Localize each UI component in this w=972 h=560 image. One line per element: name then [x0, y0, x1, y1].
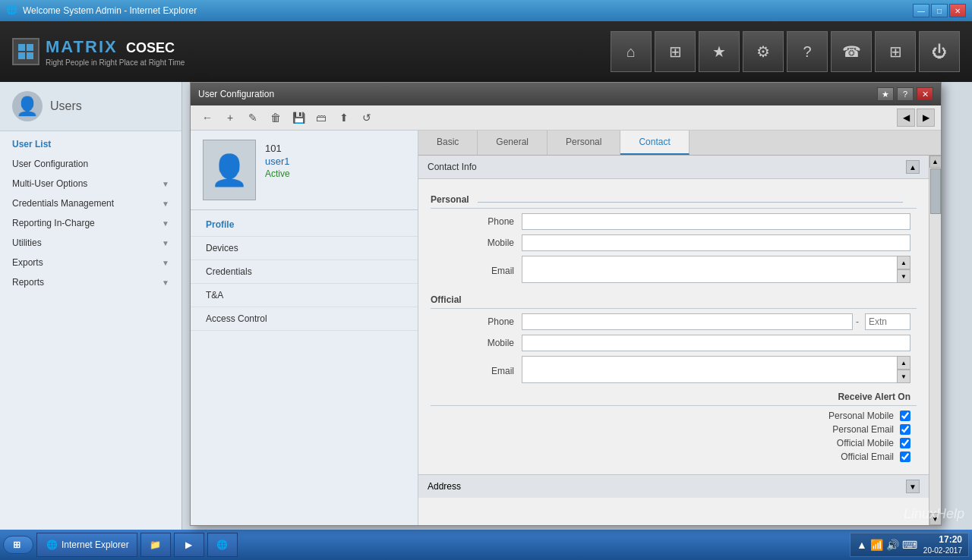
help-button[interactable]: ? [787, 31, 828, 72]
official-phone-row: Phone - [431, 313, 917, 330]
tray-icons: ▲ 📶 🔊 ⌨ [857, 539, 917, 551]
tab-basic[interactable]: Basic [418, 131, 478, 155]
add-button[interactable]: + [219, 109, 241, 127]
export-button[interactable]: ⬆ [333, 109, 355, 127]
dialog-title: User Configuration [198, 89, 877, 99]
nav-credentials[interactable]: Credentials [191, 260, 418, 284]
save-button[interactable]: 💾 [288, 109, 309, 127]
sidebar-item-multi-user[interactable]: Multi-User Options ▼ [0, 174, 181, 193]
dialog-help-button[interactable]: ? [897, 87, 914, 101]
sidebar-menu: User List User Configuration Multi-User … [0, 131, 181, 295]
system-tray: ▲ 📶 🔊 ⌨ 17:20 20-02-2017 [850, 533, 969, 557]
minimize-button[interactable]: — [913, 4, 929, 17]
clock: 17:20 [923, 533, 962, 546]
address-title: Address [428, 481, 461, 492]
official-email-alert-row: Official Email [431, 451, 917, 462]
personal-email-alert-checkbox[interactable] [900, 424, 910, 435]
sidebar-item-reporting[interactable]: Reporting In-Charge ▼ [0, 213, 181, 233]
sidebar-item-exports[interactable]: Exports ▼ [0, 253, 181, 272]
email-scroll-down[interactable]: ▼ [897, 269, 910, 283]
taskbar-app-media[interactable]: ▶ [174, 533, 204, 557]
title-bar: 🌐 Welcome System Admin - Internet Explor… [0, 0, 972, 21]
keyboard-tray-icon[interactable]: ⌨ [902, 539, 917, 551]
scroll-up-button[interactable]: ▲ [929, 156, 942, 168]
nav-devices[interactable]: Devices [191, 237, 418, 260]
favorites-button[interactable]: ★ [699, 31, 740, 72]
prev-button[interactable]: ◀ [897, 109, 915, 127]
sidebar-header: 👤 Users [0, 82, 181, 131]
sidebar-item-label: Credentials Management [12, 198, 162, 209]
phone-button[interactable]: ☎ [831, 31, 872, 72]
scroll-track[interactable] [929, 168, 941, 513]
user-details: 101 user1 Active [265, 140, 290, 179]
phone-separator: - [856, 316, 859, 327]
sidebar-item-user-config[interactable]: User Configuration [0, 154, 181, 174]
sidebar-item-label: Reporting In-Charge [12, 218, 162, 228]
apps-button[interactable]: ⊞ [875, 31, 916, 72]
dialog-close-button[interactable]: ✕ [917, 87, 933, 101]
back-button[interactable]: ← [197, 109, 218, 127]
sidebar-item-user-list[interactable]: User List [0, 134, 181, 154]
maximize-button[interactable]: □ [931, 4, 948, 17]
sidebar-item-utilities[interactable]: Utilities ▼ [0, 233, 181, 253]
personal-mobile-alert-checkbox[interactable] [900, 411, 910, 421]
user-name: user1 [265, 156, 290, 167]
user-info: 👤 101 user1 Active [191, 131, 418, 210]
personal-email-input[interactable] [522, 256, 910, 283]
tab-personal[interactable]: Personal [548, 131, 620, 155]
official-email-alert-label: Official Email [841, 451, 900, 462]
power-button[interactable]: ⏻ [919, 31, 960, 72]
receive-alert-section: Receive Alert On Personal Mobile Persona… [431, 392, 917, 462]
grid-button[interactable]: ⊞ [655, 31, 696, 72]
address-collapse-button[interactable]: ▼ [906, 480, 920, 493]
network-tray-icon[interactable]: 📶 [870, 539, 883, 551]
chevron-down-icon: ▼ [162, 180, 169, 188]
close-button[interactable]: ✕ [949, 4, 966, 17]
official-email-alert-checkbox[interactable] [900, 451, 910, 462]
tab-general[interactable]: General [478, 131, 548, 155]
personal-email-alert-label: Personal Email [832, 424, 900, 435]
nav-access[interactable]: Access Control [191, 307, 418, 331]
taskbar-app-explorer[interactable]: 📁 [140, 533, 171, 557]
ie-app-label: Internet Explorer [62, 540, 129, 550]
official-email-input[interactable] [522, 356, 910, 383]
official-mobile-input[interactable] [522, 335, 910, 351]
sidebar-item-label: Exports [12, 257, 162, 268]
refresh-button[interactable]: ↺ [356, 109, 377, 127]
vertical-scrollbar: ▲ ▼ [929, 156, 941, 525]
email-scroll-up[interactable]: ▲ [897, 256, 910, 269]
settings-button[interactable]: ⚙ [743, 31, 784, 72]
personal-mobile-input[interactable] [522, 234, 910, 251]
official-email-scroll-up[interactable]: ▲ [897, 356, 910, 370]
official-phone-input[interactable] [522, 313, 853, 330]
dialog-favorite-button[interactable]: ★ [877, 87, 894, 101]
edit-button[interactable]: ✎ [242, 109, 264, 127]
personal-phone-input[interactable] [522, 213, 910, 230]
logo-grid [18, 44, 33, 59]
official-mobile-alert-checkbox[interactable] [900, 438, 910, 448]
delete-button[interactable]: 🗑 [265, 109, 286, 127]
start-button[interactable]: ⊞ [3, 536, 33, 554]
sidebar-item-label: User Configuration [12, 159, 169, 169]
official-email-scroll-down[interactable]: ▼ [897, 370, 910, 383]
taskbar-app-network[interactable]: 🌐 [207, 533, 238, 557]
scroll-thumb[interactable] [930, 168, 941, 214]
volume-tray-icon[interactable]: 🔊 [886, 539, 899, 551]
dialog-body: 👤 101 user1 Active Profile Devices Crede… [191, 131, 941, 525]
nav-profile[interactable]: Profile [191, 213, 418, 237]
user-status: Active [265, 168, 290, 179]
next-button[interactable]: ▶ [917, 109, 935, 127]
extn-input[interactable] [865, 313, 910, 330]
nav-ta[interactable]: T&A [191, 284, 418, 307]
app-header: MATRIX COSEC Right People in Right Place… [0, 21, 972, 82]
collapse-button[interactable]: ▲ [906, 160, 920, 174]
chevron-down-icon: ▼ [162, 259, 169, 267]
taskbar-app-ie[interactable]: 🌐 Internet Explorer [36, 533, 137, 557]
tab-contact[interactable]: Contact [620, 131, 689, 155]
sidebar-item-credentials[interactable]: Credentials Management ▼ [0, 193, 181, 213]
sidebar-item-reports[interactable]: Reports ▼ [0, 272, 181, 292]
discard-button[interactable]: 🗃 [311, 109, 332, 127]
home-button[interactable]: ⌂ [611, 31, 652, 72]
tray-time[interactable]: 17:20 20-02-2017 [923, 533, 962, 557]
tray-arrow-icon[interactable]: ▲ [857, 539, 867, 551]
